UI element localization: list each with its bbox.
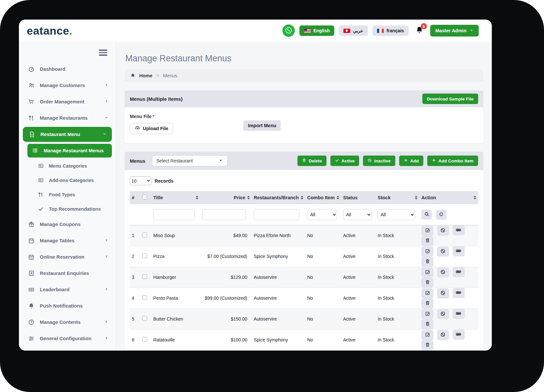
brand-dot: . — [69, 24, 72, 37]
import-menu-button[interactable]: Import Menu — [243, 120, 281, 131]
menus-table: # Title Price Restaurants/Branch Combo I… — [130, 191, 478, 351]
edit-button[interactable] — [421, 226, 433, 236]
inactive-button[interactable]: Inactive — [363, 156, 395, 166]
edit-button[interactable] — [421, 247, 433, 257]
deactivate-button[interactable] — [437, 330, 449, 340]
col-price[interactable]: Price — [200, 191, 252, 204]
sort-icon[interactable] — [337, 196, 339, 200]
cell-title: Pizza — [151, 246, 200, 267]
deactivate-button[interactable] — [437, 267, 449, 278]
delete-row-button[interactable] — [421, 298, 433, 309]
sidebar-subitem-food-types[interactable]: Food Types — [19, 188, 116, 202]
sort-icon[interactable] — [196, 196, 198, 200]
records-per-page-select[interactable]: 10 — [130, 176, 151, 185]
stock-button[interactable] — [453, 351, 465, 351]
add-button[interactable]: Add — [399, 156, 423, 166]
sidebar-item-manage-tables[interactable]: Manage Tables — [19, 233, 116, 249]
sort-icon[interactable] — [301, 196, 303, 200]
notifications-button[interactable]: 8 — [415, 26, 424, 36]
sort-icon[interactable] — [415, 196, 417, 200]
sidebar-subitem-addons-categories[interactable]: Add-ons Categories — [19, 173, 116, 188]
select-all-checkbox[interactable] — [142, 195, 147, 200]
sidebar-item-push-notifications[interactable]: Push Notifications — [19, 298, 116, 314]
language-button-english[interactable]: English — [299, 25, 335, 36]
sidebar-subitem-top-recommendations[interactable]: Top Recommendations — [19, 202, 116, 216]
account-menu-button[interactable]: Master Admin — [430, 25, 479, 37]
sidebar-item-order-management[interactable]: Order Management — [19, 94, 116, 110]
cell-combo: No — [305, 350, 341, 351]
caret-down-icon — [219, 158, 223, 164]
download-sample-file-button[interactable]: Download Sample File — [422, 94, 478, 104]
search-button[interactable] — [421, 209, 432, 219]
branch-filter-input[interactable] — [254, 209, 299, 220]
sort-icon[interactable] — [474, 196, 476, 200]
stock-button[interactable] — [453, 246, 465, 256]
add-combo-item-button[interactable]: Add Combo Item — [427, 156, 478, 166]
language-button-arabic[interactable]: عربي — [339, 25, 368, 36]
status-filter-select[interactable]: All — [343, 209, 372, 220]
stock-filter-select[interactable]: All — [378, 209, 415, 220]
users-icon — [28, 82, 35, 89]
upload-file-button[interactable]: Upload File — [130, 123, 173, 134]
col-stock[interactable]: Stock — [376, 191, 419, 204]
active-button[interactable]: Active — [330, 156, 359, 166]
row-checkbox[interactable] — [142, 274, 147, 279]
deactivate-button[interactable] — [437, 309, 449, 319]
row-checkbox[interactable] — [142, 253, 147, 258]
combo-filter-select[interactable]: All — [307, 209, 337, 220]
stock-button[interactable] — [453, 309, 465, 319]
delete-button[interactable]: Delete — [297, 156, 326, 166]
sidebar-item-online-reservation[interactable]: Online Reservation — [19, 249, 116, 265]
edit-button[interactable] — [421, 267, 433, 278]
sidebar-item-manage-restaurants[interactable]: Manage Restaurants — [19, 110, 116, 126]
price-filter-input[interactable] — [202, 209, 246, 220]
col-combo[interactable]: Combo Item — [305, 191, 341, 204]
sidebar-item-manage-customers[interactable]: Manage Customers — [19, 77, 116, 94]
refresh-button[interactable] — [436, 210, 446, 220]
sidebar-item-manage-contents[interactable]: Manage Contents — [19, 314, 116, 330]
sort-icon[interactable] — [247, 196, 250, 200]
sidebar-item-leaderboard[interactable]: Leaderboard — [19, 281, 116, 298]
required-mark: * — [153, 114, 155, 119]
sidebar-subitem-menu-categories[interactable]: Menu Categories — [19, 159, 116, 173]
col-action[interactable]: Action — [419, 191, 478, 204]
sidebar-item-dashboard[interactable]: Dashboard — [19, 61, 116, 77]
row-checkbox[interactable] — [142, 233, 147, 237]
edit-button[interactable] — [421, 288, 433, 298]
sidebar-item-restaurant-menu[interactable]: Restaurant Menu — [23, 127, 112, 142]
import-card: Menus (Multiple Items) Download Sample F… — [125, 90, 483, 143]
sidebar-item-manage-coupons[interactable]: Manage Coupons — [19, 216, 116, 233]
delete-row-button[interactable] — [421, 278, 433, 288]
col-title[interactable]: Title — [151, 191, 200, 204]
stock-button[interactable] — [453, 330, 465, 340]
sidebar-subitem-manage-restaurant-menus[interactable]: Manage Restaurant Menus — [27, 144, 112, 158]
edit-icon — [425, 290, 430, 296]
deactivate-button[interactable] — [437, 226, 449, 236]
row-checkbox[interactable] — [142, 295, 147, 300]
sidebar-toggle-button[interactable] — [99, 50, 107, 56]
stock-button[interactable] — [453, 225, 465, 235]
stock-button[interactable] — [453, 288, 465, 298]
stock-button[interactable] — [453, 267, 465, 277]
col-branch[interactable]: Restaurants/Branch — [252, 191, 305, 204]
delete-row-button[interactable] — [421, 236, 433, 246]
delete-row-button[interactable] — [421, 257, 433, 267]
deactivate-button[interactable] — [437, 247, 449, 257]
whatsapp-button[interactable] — [282, 24, 295, 37]
utensils-icon — [28, 115, 35, 121]
restaurant-select[interactable]: Select Restaurant — [152, 155, 228, 166]
deactivate-button[interactable] — [437, 288, 449, 298]
delete-row-button[interactable] — [421, 340, 433, 350]
edit-button[interactable] — [421, 309, 433, 319]
sidebar-item-restaurant-enquiries[interactable]: Restaurant Enquiries — [19, 265, 116, 281]
language-button-french[interactable]: français — [372, 25, 409, 36]
cell-branch: Spice Symphony — [252, 329, 305, 350]
delete-row-button[interactable] — [421, 319, 433, 329]
row-checkbox[interactable] — [142, 316, 147, 321]
row-checkbox[interactable] — [142, 337, 147, 342]
breadcrumb-home[interactable]: Home — [139, 73, 152, 78]
title-filter-input[interactable] — [153, 209, 195, 220]
sidebar-item-general-configuration[interactable]: General Configuration — [19, 330, 116, 347]
edit-button[interactable] — [421, 330, 433, 340]
main-content: Manage Restaurant Menus Home > Menus Men… — [116, 42, 492, 351]
